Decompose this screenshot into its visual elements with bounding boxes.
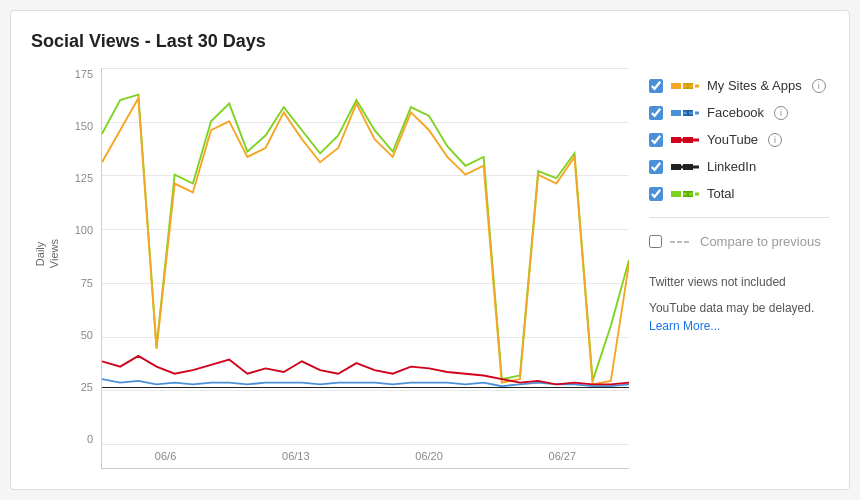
compare-checkbox[interactable] (649, 235, 662, 248)
compare-section: Compare to previous (649, 234, 829, 249)
y-tick: 125 (75, 172, 93, 184)
grid-line (102, 390, 629, 391)
y-tick: 175 (75, 68, 93, 80)
y-tick: 0 (87, 433, 93, 445)
y-tick: 25 (81, 381, 93, 393)
chart-area: 1751501251007550250 06/6 06/13 06/20 06/… (31, 68, 829, 469)
legend-divider (649, 217, 829, 218)
y-tick: 100 (75, 224, 93, 236)
legend-line-icon (671, 133, 699, 147)
y-tick: 150 (75, 120, 93, 132)
page-title: Social Views - Last 30 Days (31, 31, 829, 52)
legend-label-facebook: Facebook (707, 105, 764, 120)
info-icon-facebook[interactable]: i (774, 106, 788, 120)
legend-item-facebook: Facebooki (649, 105, 829, 120)
social-views-card: Social Views - Last 30 Days 175150125100… (10, 10, 850, 490)
legend-label-youtube: YouTube (707, 132, 758, 147)
legend-line-icon (671, 79, 699, 93)
legend-checkbox-total[interactable] (649, 187, 663, 201)
x-label-2: 06/13 (282, 450, 310, 462)
chart-svg (102, 68, 629, 388)
y-axis: 1751501251007550250 (69, 68, 101, 469)
y-axis-label: DailyViews (33, 239, 63, 268)
legend-label-linkedin: LinkedIn (707, 159, 756, 174)
legend-label-my-sites: My Sites & Apps (707, 78, 802, 93)
legend-line-icon (671, 160, 699, 174)
twitter-note: Twitter views not included (649, 273, 829, 291)
legend-item-linkedin: LinkedIn (649, 159, 829, 174)
svg-rect-15 (670, 241, 675, 243)
legend-checkbox-my-sites[interactable] (649, 79, 663, 93)
x-label-1: 06/6 (155, 450, 176, 462)
legend-label-total: Total (707, 186, 734, 201)
y-tick: 50 (81, 329, 93, 341)
svg-rect-16 (677, 241, 682, 243)
chart-inner: 1751501251007550250 06/6 06/13 06/20 06/… (69, 68, 629, 469)
svg-rect-17 (684, 241, 689, 243)
youtube-note: YouTube data may be delayed. Learn More.… (649, 299, 829, 335)
legend-line-icon (671, 187, 699, 201)
x-axis: 06/6 06/13 06/20 06/27 (102, 444, 629, 468)
compare-dashes-icon (670, 237, 692, 247)
chart-container: 1751501251007550250 06/6 06/13 06/20 06/… (31, 68, 629, 469)
legend-checkbox-linkedin[interactable] (649, 160, 663, 174)
legend-checkbox-facebook[interactable] (649, 106, 663, 120)
legend-item-my-sites: My Sites & Appsi (649, 78, 829, 93)
plot-area: 06/6 06/13 06/20 06/27 (101, 68, 629, 469)
legend-item-total: Total (649, 186, 829, 201)
compare-label: Compare to previous (700, 234, 821, 249)
notes-section: Twitter views not includedYouTube data m… (649, 273, 829, 335)
info-icon-my-sites[interactable]: i (812, 79, 826, 93)
y-tick: 75 (81, 277, 93, 289)
legend-checkbox-youtube[interactable] (649, 133, 663, 147)
legend: My Sites & AppsiFacebookiYouTubeiLinkedI… (629, 68, 829, 469)
info-icon-youtube[interactable]: i (768, 133, 782, 147)
x-label-3: 06/20 (415, 450, 443, 462)
legend-line-icon (671, 106, 699, 120)
legend-item-youtube: YouTubei (649, 132, 829, 147)
learn-more-link[interactable]: Learn More... (649, 319, 720, 333)
x-label-4: 06/27 (549, 450, 577, 462)
